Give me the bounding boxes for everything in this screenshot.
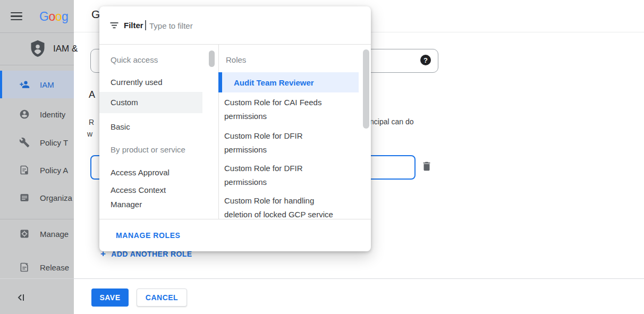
filter-row: Filter	[99, 6, 371, 45]
role-filter-dropdown: Filter Quick access Currently used Custo…	[99, 6, 371, 251]
google-logo: Goog	[39, 10, 74, 24]
logo-letter: o	[55, 10, 62, 23]
sidebar-item-release-notes[interactable]: Release	[0, 256, 74, 279]
sidebar-item-label: IAM	[40, 80, 54, 89]
filter-label: Filter	[124, 21, 143, 30]
roles-description-line1-end: ncipal can do	[370, 117, 414, 126]
text-cursor	[145, 20, 146, 30]
page-title: G	[91, 8, 100, 21]
product-brand-row: IAM &	[0, 33, 74, 65]
sidebar-item-identity[interactable]: Identity	[0, 103, 74, 126]
sidebar-item-manage-resources[interactable]: Manage	[0, 222, 74, 245]
roles-column: Roles Audit Team Reviewer Custom Role fo…	[219, 44, 371, 219]
logo-letter: g	[62, 10, 68, 23]
sidebar-item-iam[interactable]: IAM	[0, 71, 74, 98]
category-currently-used[interactable]: Currently used	[99, 78, 196, 87]
category-basic[interactable]: Basic	[99, 122, 196, 131]
category-scrollbar-thumb[interactable]	[209, 50, 215, 67]
role-item[interactable]: Custom Role for CAI Feeds permissions	[224, 96, 338, 123]
role-item-selected[interactable]: Audit Team Reviewer	[218, 72, 359, 92]
policy-document-icon	[19, 165, 30, 175]
product-title: IAM &	[53, 44, 78, 54]
sidebar-item-label: Policy A	[40, 166, 68, 175]
sidebar-divider	[0, 219, 74, 219]
wrench-icon	[19, 137, 30, 148]
iam-admin-page: Goog IAM & IAM Identity	[0, 0, 644, 314]
assign-roles-heading: A	[89, 89, 95, 100]
category-access-approval[interactable]: Access Approval	[99, 168, 196, 177]
category-header-quick-access: Quick access	[99, 55, 196, 64]
filter-input[interactable]	[148, 19, 352, 32]
person-add-icon	[19, 79, 30, 90]
roles-column-header: Roles	[226, 55, 246, 64]
roles-description-line1-start: R	[89, 118, 94, 126]
roles-description-line2: w	[87, 130, 92, 138]
role-item[interactable]: Custom Role for handling deletion of loc…	[224, 194, 338, 219]
help-icon[interactable]: ?	[420, 55, 431, 65]
article-icon	[19, 192, 30, 203]
category-header-by-product: By product or service	[99, 145, 196, 154]
category-custom[interactable]: Custom	[99, 92, 202, 113]
sidebar-item-label: Organiza	[40, 193, 72, 202]
sidebar-item-policy-analyzer[interactable]: Policy A	[0, 158, 74, 182]
delete-role-icon[interactable]	[421, 160, 433, 173]
sidebar-item-label: Policy T	[40, 138, 68, 147]
account-circle-icon	[19, 109, 30, 120]
settings-applications-icon	[19, 228, 30, 239]
hamburger-menu-icon[interactable]	[11, 12, 22, 21]
sidebar-item-label: Manage	[40, 230, 69, 239]
sidebar-item-label: Release	[40, 263, 69, 272]
sidebar-header: Goog	[0, 0, 74, 33]
manage-roles-link[interactable]: MANAGE ROLES	[116, 219, 181, 251]
filter-funnel-icon	[109, 20, 120, 31]
sidebar-item-policy-troubleshooter[interactable]: Policy T	[0, 131, 74, 154]
role-item[interactable]: Custom Role for DFIR permissions	[224, 129, 338, 157]
logo-letter: o	[48, 10, 55, 23]
sidebar: Goog IAM & IAM Identity	[0, 0, 74, 314]
footer-divider	[0, 278, 644, 279]
cancel-button[interactable]: CANCEL	[137, 288, 187, 307]
save-button[interactable]: SAVE	[91, 288, 129, 307]
logo-letter: G	[39, 10, 48, 23]
collapse-nav-icon[interactable]	[15, 291, 28, 304]
iam-shield-icon	[30, 40, 46, 58]
dropdown-body: Quick access Currently used Custom Basic…	[99, 44, 371, 219]
roles-scrollbar-thumb[interactable]	[363, 49, 369, 129]
category-access-context-manager[interactable]: Access Context Manager	[99, 183, 190, 211]
dropdown-footer: MANAGE ROLES	[99, 219, 371, 251]
sidebar-item-label: Identity	[40, 110, 65, 119]
role-item[interactable]: Custom Role for DFIR permissions	[224, 162, 338, 189]
sidebar-item-organization-policies[interactable]: Organiza	[0, 186, 74, 209]
release-notes-icon	[19, 262, 30, 273]
